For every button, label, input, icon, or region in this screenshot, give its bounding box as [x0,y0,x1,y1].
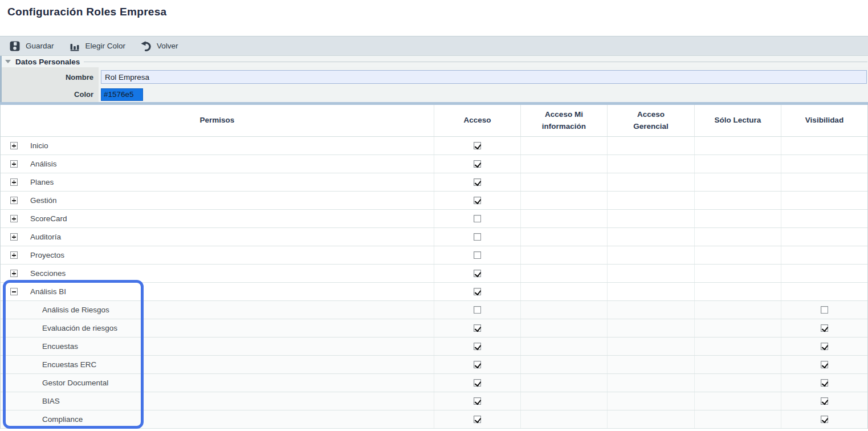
collapse-icon[interactable] [10,288,18,295]
row-label: Planes [30,178,54,186]
acceso-checkbox[interactable] [474,361,481,368]
visibilidad-checkbox[interactable] [821,324,828,332]
expand-icon[interactable] [10,233,18,241]
cell-acceso-gerencial [608,173,695,191]
cell-acceso-mi-informacion [521,283,608,300]
color-row: Color #1576e5 [2,87,868,102]
permissions-table-body: InicioAnálisisPlanesGestiónScoreCardAudi… [1,137,867,429]
cell-acceso-mi-informacion [521,173,608,191]
color-swatch[interactable]: #1576e5 [101,88,143,101]
cell-visibilidad [781,246,867,264]
cell-acceso [434,301,521,319]
cell-solo-lectura [695,228,781,246]
table-row: Análisis de Riesgos [1,301,867,319]
cell-acceso-mi-informacion [521,301,608,319]
cell-acceso [434,410,521,428]
expand-icon[interactable] [10,215,18,222]
cell-acceso-mi-informacion [521,192,608,209]
row-label: Análisis [30,160,57,168]
choose-color-button-label: Elegir Color [85,42,126,50]
cell-visibilidad [781,338,867,355]
titlebar: Configuración Roles Empresa [0,0,868,36]
acceso-checkbox[interactable] [474,215,481,222]
visibilidad-checkbox[interactable] [821,361,828,368]
section-title: Datos Personales [15,58,80,66]
acceso-checkbox[interactable] [474,379,481,387]
expand-icon[interactable] [10,160,18,168]
cell-solo-lectura [695,374,781,392]
expand-icon[interactable] [10,142,18,149]
acceso-checkbox[interactable] [474,270,481,277]
table-row: Evaluación de riesgos [1,319,867,338]
page-title: Configuración Roles Empresa [7,6,166,18]
cell-solo-lectura [695,338,781,355]
cell-permiso: Encuestas [1,338,434,355]
visibilidad-checkbox[interactable] [821,416,828,423]
cell-visibilidad [781,173,867,191]
expand-icon[interactable] [10,270,18,277]
cell-acceso-mi-informacion [521,410,608,428]
row-label: Compliance [42,415,83,424]
back-button-label: Volver [157,42,178,50]
cell-solo-lectura [695,265,781,282]
cell-acceso [434,392,521,410]
table-row: Análisis [1,155,867,173]
acceso-checkbox[interactable] [474,288,481,295]
column-header-acceso-mi-informacion: Acceso Mi información [521,105,608,136]
cell-acceso-mi-informacion [521,319,608,337]
visibilidad-checkbox[interactable] [821,343,828,350]
cell-permiso: Inicio [1,137,434,154]
acceso-checkbox[interactable] [474,324,481,332]
visibilidad-checkbox[interactable] [821,306,828,314]
cell-acceso-mi-informacion [521,228,608,246]
cell-acceso-gerencial [608,338,695,355]
column-header-visibilidad: Visibilidad [781,105,867,136]
section-header: Datos Personales [2,56,868,67]
cell-acceso [434,374,521,392]
acceso-checkbox[interactable] [474,178,481,186]
acceso-checkbox[interactable] [474,397,481,405]
row-label: Gestor Documental [42,379,108,387]
cell-permiso: Gestión [1,192,434,209]
save-button[interactable]: Guardar [9,40,54,52]
acceso-checkbox[interactable] [474,306,481,314]
expand-icon[interactable] [10,251,18,259]
collapse-triangle-icon[interactable] [5,60,11,63]
acceso-checkbox[interactable] [474,233,481,241]
cell-acceso-gerencial [608,192,695,209]
table-row: Análisis BI [1,283,867,301]
choose-color-button[interactable]: Elegir Color [69,40,126,52]
row-label: Encuestas [42,342,78,351]
cell-visibilidad [781,283,867,300]
cell-visibilidad [781,265,867,282]
back-button[interactable]: Volver [140,40,178,52]
acceso-checkbox[interactable] [474,142,481,149]
cell-solo-lectura [695,283,781,300]
row-label: ScoreCard [30,214,67,223]
cell-acceso [434,356,521,373]
cell-solo-lectura [695,246,781,264]
acceso-checkbox[interactable] [474,416,481,423]
cell-permiso: ScoreCard [1,210,434,227]
acceso-checkbox[interactable] [474,160,481,168]
cell-visibilidad [781,155,867,173]
cell-acceso [434,265,521,282]
expand-icon[interactable] [10,197,18,204]
expand-icon[interactable] [10,178,18,186]
table-row: Inicio [1,137,867,155]
cell-acceso [434,137,521,154]
cell-acceso [434,210,521,227]
nombre-input[interactable] [101,70,867,84]
row-label: Auditoría [30,233,61,241]
acceso-checkbox[interactable] [474,343,481,350]
visibilidad-checkbox[interactable] [821,397,828,405]
acceso-checkbox[interactable] [474,197,481,204]
visibilidad-checkbox[interactable] [821,379,828,387]
table-row: Planes [1,173,867,192]
table-row: Secciones [1,265,867,283]
table-row: Auditoría [1,228,867,246]
acceso-checkbox[interactable] [474,251,481,259]
cell-acceso-mi-informacion [521,155,608,173]
nombre-row: Nombre [2,67,868,87]
cell-acceso-gerencial [608,374,695,392]
